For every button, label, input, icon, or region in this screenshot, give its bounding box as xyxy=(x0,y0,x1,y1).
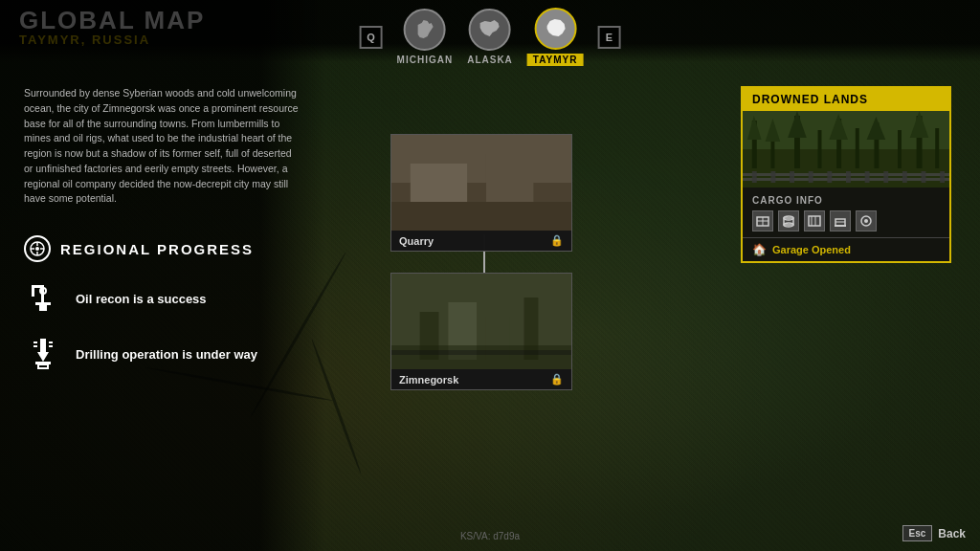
svg-rect-12 xyxy=(40,339,46,352)
popup-cargo-section: Cargo Info xyxy=(743,187,949,237)
alaska-label: ALASKA xyxy=(467,55,513,65)
left-panel: Surrounded by dense Syberian woods and c… xyxy=(0,0,325,551)
quarry-label: Quarry 🔒 xyxy=(391,231,571,251)
crane-icon xyxy=(26,281,60,316)
quarry-svg xyxy=(391,135,571,231)
compass-icon xyxy=(30,241,45,256)
cargo-barrel-icon xyxy=(782,214,795,228)
next-region-key[interactable]: E xyxy=(597,26,620,49)
popup-card[interactable]: Drowned Lands xyxy=(741,86,951,263)
cargo-icons xyxy=(752,210,940,231)
svg-rect-74 xyxy=(835,225,846,227)
quarry-card[interactable]: Quarry 🔒 xyxy=(390,134,572,252)
drill-icon xyxy=(26,337,60,371)
svg-point-76 xyxy=(864,219,868,223)
cargo-label: Cargo Info xyxy=(752,195,940,206)
region-nav: Q MICHIGAN ALASKA xyxy=(360,8,621,66)
cargo-icon-2 xyxy=(778,210,799,231)
svg-marker-13 xyxy=(37,352,49,362)
svg-rect-7 xyxy=(35,302,51,305)
drilling-icon xyxy=(24,335,62,373)
svg-rect-31 xyxy=(391,350,571,355)
region-description: Surrounded by dense Syberian woods and c… xyxy=(24,86,301,207)
progress-header: REGIONAL PROGRESS xyxy=(24,235,301,262)
progress-circle-icon xyxy=(24,235,51,262)
zimnegorsk-card[interactable]: Zimnegorsk 🔒 xyxy=(390,273,572,390)
esc-key[interactable]: Esc xyxy=(902,525,933,541)
cargo-icon-3 xyxy=(804,210,825,231)
svg-rect-30 xyxy=(391,345,571,369)
version-text: KS/VA: d7d9a xyxy=(460,531,520,541)
cargo-icon-5 xyxy=(856,210,877,231)
quarry-image xyxy=(391,135,571,231)
quarry-name: Quarry xyxy=(399,235,434,247)
region-michigan[interactable]: MICHIGAN xyxy=(397,9,454,65)
taymyr-icon xyxy=(534,8,576,50)
regional-progress: REGIONAL PROGRESS Oil recon is a success xyxy=(24,235,301,373)
progress-item-drilling: Drilling operation is under way xyxy=(24,335,301,373)
svg-rect-22 xyxy=(411,164,467,202)
footer: KS/VA: d7d9a xyxy=(0,531,980,541)
zimnegorsk-image xyxy=(391,274,571,369)
zimnegorsk-label: Zimnegorsk 🔒 xyxy=(391,369,571,389)
cargo-pallet-icon xyxy=(834,214,847,228)
popup-title: Drowned Lands xyxy=(743,88,949,111)
zimnegorsk-name: Zimnegorsk xyxy=(399,374,458,386)
oil-recon-icon xyxy=(24,279,62,318)
zimnegorsk-lock-icon: 🔒 xyxy=(550,373,564,386)
cargo-icon-1 xyxy=(752,210,773,231)
oil-recon-text: Oil recon is a success xyxy=(76,292,207,306)
taymyr-silhouette xyxy=(541,14,569,43)
svg-rect-15 xyxy=(38,364,48,368)
cargo-container-icon xyxy=(808,214,821,228)
cargo-tank-icon xyxy=(859,214,873,228)
garage-text: Garage Opened xyxy=(772,244,851,255)
cargo-icon-4 xyxy=(830,210,851,231)
svg-point-1 xyxy=(35,247,39,251)
drilling-text: Drilling operation is under way xyxy=(76,347,257,362)
michigan-icon xyxy=(404,9,446,51)
popup-garage-section: 🏠 Garage Opened xyxy=(743,237,949,261)
back-button[interactable]: Esc Back xyxy=(902,525,966,541)
progress-item-oil-recon: Oil recon is a success xyxy=(24,279,301,318)
svg-rect-8 xyxy=(39,305,47,311)
region-alaska[interactable]: ALASKA xyxy=(467,9,513,65)
svg-rect-69 xyxy=(809,216,820,226)
michigan-label: MICHIGAN xyxy=(397,55,454,65)
svg-rect-24 xyxy=(391,202,571,231)
svg-rect-23 xyxy=(486,154,533,202)
alaska-icon xyxy=(469,9,511,51)
progress-title: REGIONAL PROGRESS xyxy=(60,241,254,257)
taymyr-label: TAYMYR xyxy=(527,54,584,66)
quarry-lock-icon: 🔒 xyxy=(550,234,564,247)
prev-region-key[interactable]: Q xyxy=(360,26,383,49)
alaska-silhouette xyxy=(476,15,504,44)
cargo-crate-icon xyxy=(756,214,769,228)
popup-image xyxy=(743,111,949,187)
back-label: Back xyxy=(938,527,966,540)
zimnegorsk-svg xyxy=(391,274,571,369)
michigan-silhouette xyxy=(411,15,439,44)
region-taymyr[interactable]: TAYMYR xyxy=(527,8,584,66)
garage-icon: 🏠 xyxy=(752,243,767,256)
